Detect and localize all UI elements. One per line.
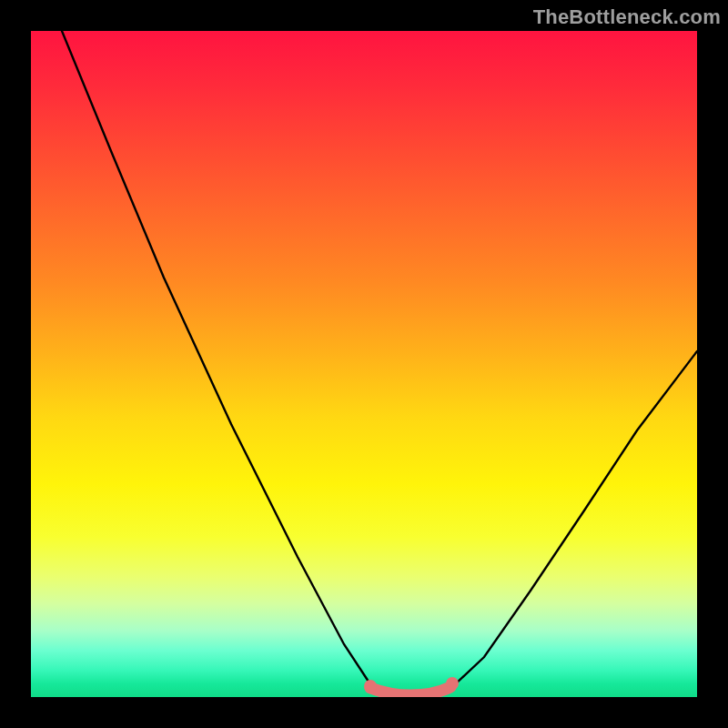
chart-frame: TheBottleneck.com: [0, 0, 728, 728]
plot-area: [31, 31, 697, 697]
watermark-text: TheBottleneck.com: [533, 5, 721, 29]
highlight-dot-right: [446, 677, 459, 690]
highlight-dot-left: [364, 680, 377, 693]
bottleneck-curve: [62, 31, 697, 693]
chart-svg: [31, 31, 697, 697]
highlight-band: [370, 687, 450, 695]
